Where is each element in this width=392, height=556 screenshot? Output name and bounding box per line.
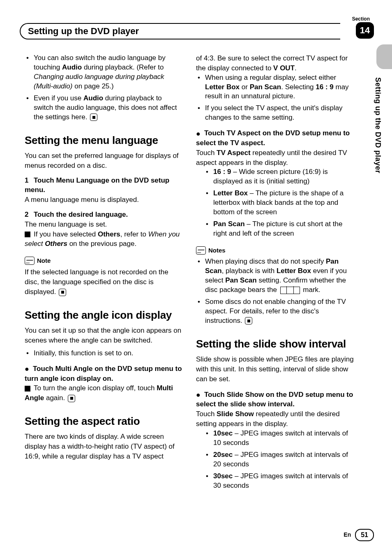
text: Others [98,230,120,238]
text: during playback. (Refer to [82,63,164,71]
text: Touch [196,149,217,157]
angle-bullets: Initially, this function is set to on. [25,349,183,358]
text: Notes [208,246,226,255]
step-1-head: 1Touch Menu Language on the DVD setup me… [25,176,183,195]
section-number-badge: 14 [356,22,374,39]
pencil-icon [25,257,35,265]
list-item: 10sec – JPEG images switch at intervals … [196,429,354,448]
aspect-options: 16 : 9 – Wide screen picture (16:9) is d… [196,167,354,239]
text: , refer to [120,230,148,238]
text: V OUT [273,64,295,72]
notes-list: When playing discs that do not specify P… [196,257,354,326]
text: Others [45,240,67,248]
note-body: If the selected language is not recorded… [25,267,183,297]
text: mark. [301,286,321,294]
left-column: You can also switch the audio language b… [25,53,183,493]
text: When using a regular display, select eit… [205,74,336,81]
text: Even if you use [34,94,83,102]
aspect-continued: of 4:3. Be sure to select the correct TV… [196,53,354,73]
text: 16 : 9 [213,168,231,176]
pencil-icon [196,246,206,255]
aspect-instruction: ●Touch TV Aspect on the DVD setup menu t… [196,128,354,148]
text: Pan Scan [213,220,245,228]
text: Pan Scan [225,276,257,284]
text: on page 25.) [72,82,113,90]
text: . Selecting [281,83,316,91]
note-box: Note If the selected language is not rec… [25,256,183,297]
angle-instruction: ●Touch Multi Angle on the DVD setup menu… [25,364,183,384]
step-1-body: A menu language menu is displayed. [25,195,183,205]
text: If the selected language is not recorded… [25,268,168,296]
list-item: When using a regular display, select eit… [196,73,354,102]
page-footer: En 51 [344,529,374,541]
notes-box: Notes When playing discs that do not spe… [196,246,354,326]
list-item: 16 : 9 – Wide screen picture (16:9) is d… [196,167,354,186]
text: again. [44,394,65,402]
text: Pan Scan [250,83,281,91]
section-label: Section [352,16,370,23]
text: Slide Show [217,410,254,418]
notes-label: Notes [196,246,226,255]
list-item: If you select the TV aspect, the unit's … [196,104,354,123]
text: When playing discs that do not specify [205,257,326,265]
text: Some discs do not enable changing of the… [205,298,346,324]
text: TV Aspect [217,149,251,157]
end-icon [90,114,97,121]
aspect-bullets: When using a regular display, select eit… [196,73,354,123]
text: . [295,64,297,72]
angle-off: To turn the angle icon display off, touc… [25,383,183,403]
page-header: Setting up the DVD player [20,23,353,39]
end-icon [68,395,75,402]
list-item: Even if you use Audio during playback to… [25,94,183,122]
text: Touch Slide Show on the DVD setup menu t… [196,391,353,408]
text: – JPEG images switch at intervals of 10 … [213,429,348,447]
text: – JPEG images switch at intervals of 30 … [213,472,348,489]
text: Touch Multi Angle on the DVD setup menu … [25,365,182,382]
text: Touch [196,410,217,418]
text: of 4:3. Be sure to select the correct TV… [196,54,348,72]
paragraph: You can set the preferred language for d… [25,151,183,171]
end-icon [59,289,66,296]
step-2-head: 2Touch the desired language. [25,210,183,220]
slide-touch: Touch Slide Show repeatedly until the de… [196,409,354,429]
text: on the previous page. [67,240,136,248]
text: 10sec [213,429,233,437]
note-label: Note [25,256,51,265]
aspect-touch: Touch TV Aspect repeatedly until the des… [196,148,354,168]
page-title: Setting up the DVD player [28,25,139,38]
text: Note [37,256,51,265]
text: 16 : 9 [316,83,333,91]
square-bullet-icon [25,232,30,237]
list-item: Pan Scan – The picture is cut short at t… [196,220,354,239]
slide-options: 10sec – JPEG images switch at intervals … [196,429,354,491]
heading-slide: Setting the slide show interval [196,336,354,351]
text: Touch TV Aspect on the DVD setup menu to… [196,129,350,147]
text: Audio [62,63,82,71]
step-2-body: The menu language is set. [25,220,183,229]
panscan-mark-icon [280,287,300,294]
text: Touch the desired language. [34,211,128,218]
footer-language: En [344,531,351,539]
text: To turn the angle icon display off, touc… [34,384,157,392]
heading-menu-language: Setting the menu language [25,133,183,148]
text: Letter Box [213,189,248,197]
side-label: Setting up the DVD player [373,77,383,174]
side-tab [376,44,392,69]
text: or [240,83,250,91]
list-item: Some discs do not enable changing of the… [196,297,354,326]
text: Letter Box [205,83,240,91]
intro-bullets: You can also switch the audio language b… [25,53,183,122]
text: Audio [83,94,103,102]
list-item: 30sec – JPEG images switch at intervals … [196,472,354,491]
heading-aspect: Setting the aspect ratio [25,414,183,429]
right-column: of 4:3. Be sure to select the correct TV… [196,53,354,493]
list-item: Initially, this function is set to on. [25,349,183,358]
paragraph: There are two kinds of display. A wide s… [25,432,183,461]
list-item: You can also switch the audio language b… [25,53,183,91]
list-item: When playing discs that do not specify P… [196,257,354,295]
step-2-note: If you have selected Others, refer to Wh… [25,229,183,249]
text: , playback is with [222,267,277,275]
text: If you have selected [34,230,98,238]
page-number: 51 [355,529,374,541]
text: Letter Box [277,267,311,275]
